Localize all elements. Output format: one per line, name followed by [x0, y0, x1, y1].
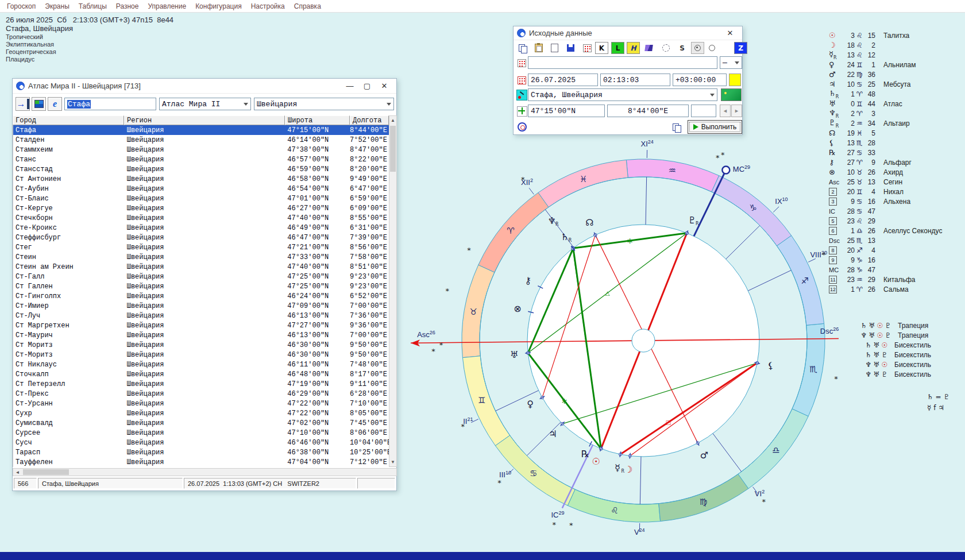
- table-row[interactable]: Ст-ГинголпхШвейцария46°24'00"N6°52'00"E: [13, 291, 389, 301]
- scroll-left-icon[interactable]: ◄: [13, 469, 22, 476]
- ring-icon[interactable]: [659, 42, 673, 54]
- table-row[interactable]: СталденШвейцария46°14'00"N7°52'00"E: [13, 135, 389, 145]
- scroll-up-icon[interactable]: ▲: [389, 116, 396, 125]
- table-row[interactable]: Ст-ЛучШвейцария46°13'00"N7°36'00"E: [13, 311, 389, 320]
- h-icon[interactable]: H: [627, 42, 640, 54]
- menu-item-Справка[interactable]: Справка: [292, 2, 328, 10]
- search-input[interactable]: Стафа: [64, 98, 156, 110]
- k-icon[interactable]: K: [595, 42, 608, 54]
- column-header-0[interactable]: Город: [13, 115, 124, 125]
- next-arrow-icon[interactable]: ►: [731, 105, 742, 117]
- menu-item-Настройка[interactable]: Настройка: [249, 2, 292, 10]
- table-row[interactable]: Ст-КергуеШвейцария46°27'00"N6°09'00"E: [13, 203, 389, 213]
- table-row[interactable]: СтеинШвейцария47°33'00"N7°58'00"E: [13, 252, 389, 262]
- vertical-scrollbar[interactable]: ▲ ▼: [389, 115, 397, 467]
- table-row[interactable]: СточкалпШвейцария46°48'00"N8°17'00"E: [13, 369, 389, 379]
- exit-door-icon[interactable]: →: [16, 97, 30, 111]
- scroll-down-icon[interactable]: ▼: [389, 458, 396, 466]
- menu-item-Гороскоп[interactable]: Гороскоп: [5, 2, 43, 10]
- column-header-1[interactable]: Регион: [124, 115, 285, 125]
- table-row[interactable]: Ст-ГаллШвейцария47°25'00"N9°23'00"E: [13, 272, 389, 281]
- table-row[interactable]: Ст АнтониенШвейцария46°58'00"N9°49'00"E: [13, 174, 389, 184]
- place-select[interactable]: Стафа, Швейцария: [528, 88, 717, 101]
- table-row[interactable]: Ст-ПрексШвейцария46°29'00"N6°28'00"E: [13, 389, 389, 399]
- prev-arrow-icon[interactable]: ◄: [720, 105, 731, 117]
- menu-item-Конфигурация[interactable]: Конфигурация: [193, 2, 249, 10]
- table-row[interactable]: Ст-БлаисШвейцария47°01'00"N6°59'00"E: [13, 194, 389, 203]
- svg-text:*: *: [834, 374, 838, 383]
- table-row[interactable]: Ст НиклаусШвейцария46°11'00"N7°48'00"E: [13, 360, 389, 369]
- time-field[interactable]: 02:13:03: [600, 74, 670, 86]
- menu-item-Экраны[interactable]: Экраны: [43, 2, 76, 10]
- l-icon[interactable]: L: [611, 42, 624, 54]
- close-icon[interactable]: ✕: [721, 28, 739, 39]
- horoscope-wheel-icon[interactable]: [515, 121, 528, 133]
- table-row[interactable]: СтафаШвейцария47°15'00"N8°44'00"E: [13, 125, 389, 135]
- color-swatch[interactable]: [729, 74, 741, 86]
- geo-icon[interactable]: [515, 89, 528, 101]
- atlas-map-button[interactable]: [721, 88, 742, 101]
- run-button[interactable]: Выполнить: [688, 120, 742, 134]
- table-row[interactable]: СтаммхеимШвейцария47°38'00"N8°47'00"E: [13, 145, 389, 155]
- altitude-field[interactable]: [691, 105, 716, 117]
- longitude-field[interactable]: 8°44'00"E: [607, 105, 689, 117]
- table-row[interactable]: СумисвалдШвейцария47°02'00"N7°45'00"E: [13, 418, 389, 428]
- s-icon[interactable]: S: [676, 42, 689, 54]
- latitude-field[interactable]: 47°15'00"N: [528, 105, 605, 117]
- menu-item-Разное[interactable]: Разное: [114, 2, 146, 10]
- paste-icon[interactable]: [532, 42, 545, 54]
- country-select[interactable]: Швейцария: [254, 98, 394, 110]
- new-file-icon[interactable]: [548, 42, 561, 54]
- vscroll-thumb[interactable]: [390, 126, 396, 172]
- table-row[interactable]: Ст-МауричШвейцария46°13'00"N7°00'00"E: [13, 330, 389, 340]
- horizontal-scrollbar[interactable]: ◄: [13, 468, 397, 476]
- close-icon[interactable]: ✕: [376, 80, 393, 92]
- table-row[interactable]: СтеффисбургШвейцария46°47'00"N7°39'00"E: [13, 233, 389, 242]
- menu-item-Управление[interactable]: Управление: [145, 2, 193, 10]
- table-row[interactable]: Ст ПетерзеллШвейцария47°19'00"N9°11'00"E: [13, 379, 389, 389]
- table-row[interactable]: ТараспШвейцария46°38'00"N10°25'00"E: [13, 447, 389, 457]
- map-icon[interactable]: [32, 97, 46, 111]
- maximize-icon[interactable]: ▢: [358, 80, 376, 92]
- table-row[interactable]: Ст МоритзШвейцария46°30'00"N9°50'00"E: [13, 340, 389, 350]
- menu-item-Таблицы[interactable]: Таблицы: [76, 2, 114, 10]
- timezone-field[interactable]: +03:00:00: [673, 74, 727, 86]
- radio-selected-icon[interactable]: [691, 42, 704, 54]
- book-icon[interactable]: [642, 42, 655, 54]
- browser-icon[interactable]: e: [48, 97, 62, 111]
- date-field[interactable]: 26.07.2025: [528, 74, 598, 86]
- table-row[interactable]: СтегШвейцария47°21'00"N8°56'00"E: [13, 242, 389, 252]
- table-row[interactable]: СухрШвейцария47°22'00"N8°05'00"E: [13, 408, 389, 418]
- copy-small-icon[interactable]: [670, 121, 683, 133]
- calendar-icon[interactable]: [515, 74, 528, 86]
- z-icon[interactable]: Z: [734, 42, 747, 54]
- event-count-select[interactable]: —: [720, 56, 742, 69]
- column-header-2[interactable]: Широта: [285, 115, 350, 125]
- table-row[interactable]: СтансШвейцария46°57'00"N8°22'00"E: [13, 155, 389, 164]
- table-row[interactable]: Сте-КроиксШвейцария46°49'00"N6°31'00"E: [13, 223, 389, 233]
- table-row[interactable]: Ст-ИмиерШвейцария47°09'00"N7°00'00"E: [13, 301, 389, 311]
- table-row[interactable]: СтансстадШвейцария46°59'00"N8°20'00"E: [13, 164, 389, 174]
- column-header-3[interactable]: Долгота: [350, 115, 389, 125]
- atlas-select[interactable]: Атлас Мира II: [159, 98, 251, 110]
- table-row[interactable]: Ст-УрсаннШвейцария47°22'00"N7°10'00"E: [13, 399, 389, 408]
- table-row[interactable]: Ст МаргретхенШвейцария47°27'00"N9°36'00"…: [13, 320, 389, 330]
- table-row[interactable]: СурсееШвейцария47°10'00"N8°06'00"E: [13, 428, 389, 438]
- position-row: Asc25♉13Сегин: [829, 177, 902, 187]
- table-row[interactable]: Ст ГалленШвейцария47°25'00"N9°23'00"E: [13, 281, 389, 291]
- table-row[interactable]: Стеин ам РхеинШвейцария47°40'00"N8°51'00…: [13, 262, 389, 272]
- table-icon[interactable]: [581, 42, 594, 54]
- copy-icon[interactable]: [516, 42, 529, 54]
- table-row[interactable]: Ст-МоритзШвейцария46°30'00"N9°50'00"E: [13, 350, 389, 360]
- minimize-icon[interactable]: —: [341, 80, 358, 92]
- radio-icon[interactable]: [705, 42, 719, 54]
- table-row[interactable]: ТауффеленШвейцария47°04'00"N7°12'00"E: [13, 457, 389, 467]
- table-row[interactable]: Ст-АубинШвейцария46°54'00"N6°47'00"E: [13, 184, 389, 194]
- event-input[interactable]: [528, 56, 717, 69]
- hscroll-thumb[interactable]: [23, 469, 69, 475]
- table-row[interactable]: СусчШвейцария46°46'00"N10°04'00"E: [13, 438, 389, 447]
- save-icon[interactable]: [564, 42, 577, 54]
- table-row[interactable]: СтечкборнШвейцария47°40'00"N8°55'00"E: [13, 213, 389, 223]
- coordinates-icon[interactable]: [515, 105, 528, 117]
- db-edit-icon[interactable]: [515, 57, 528, 69]
